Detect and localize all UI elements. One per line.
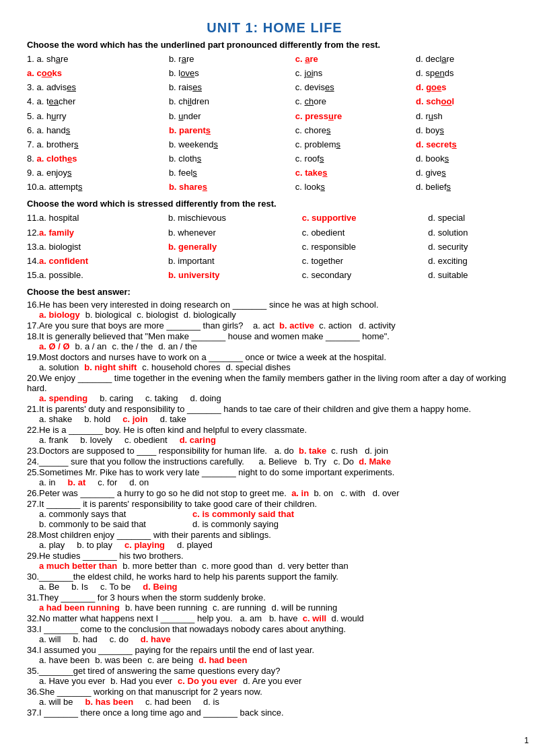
list-item: 21.It is parents' duty and responsibilit… — [27, 404, 522, 424]
section1-instruction: Choose the word which has the underlined… — [27, 40, 522, 50]
section2-instruction: Choose the word which is stressed differ… — [27, 199, 522, 209]
list-item: 20.We enjoy _______ time together in the… — [27, 373, 522, 403]
list-item: 37.I _______ there once a long time ago … — [27, 708, 522, 718]
list-item: 31.They _______ for 3 hours when the sto… — [27, 592, 522, 613]
table-row: 9. a. enjoys b. feels c. takes d. gives — [27, 166, 522, 180]
list-item: 35._______get tired of answering the sam… — [27, 666, 522, 686]
list-item: 26.Peter was _______ a hurry to go so he… — [27, 488, 522, 498]
table-row: 15.a. possible. b. university c. seconda… — [27, 269, 522, 283]
list-item: 19.Most doctors and nurses have to work … — [27, 352, 522, 372]
section1-items: 1. a. share b. rare c. are d. declare a.… — [27, 53, 522, 195]
list-item: 27.It _______ it is parents' responsibil… — [27, 499, 522, 529]
table-row: 4. a. teacher b. children c. chore d. sc… — [27, 95, 522, 109]
table-row: a. cooks b. loves c. joins d. spends — [27, 67, 522, 81]
list-item: 18.It is generally believed that "Men ma… — [27, 331, 522, 351]
table-row: 8. a. clothes b. cloths c. roofs d. book… — [27, 152, 522, 166]
list-item: 36.She _______ working on that manuscrip… — [27, 687, 522, 707]
list-item: 24.______ sure that you follow the instr… — [27, 456, 522, 467]
list-item: 22.He is a _______ boy. He is often kind… — [27, 425, 522, 445]
list-item: 17.Are you sure that boys are more _____… — [27, 320, 522, 331]
list-item: 29.He studies _______ his two brothers. … — [27, 551, 522, 571]
list-item: 34.I assumed you _______ paying for the … — [27, 645, 522, 665]
table-row: 6. a. hands b. parents c. chores d. boys — [27, 124, 522, 138]
list-item: 25.Sometimes Mr. Pike has to work very l… — [27, 467, 522, 487]
table-row: 13.a. biologist b. generally c. responsi… — [27, 240, 522, 254]
table-row: 10.a. attempts b. shares c. looks d. bel… — [27, 180, 522, 195]
qa-section: 16.He has been very interested in doing … — [27, 300, 522, 718]
list-item: 23.Doctors are supposed to ____ responsi… — [27, 446, 522, 456]
page-title: UNIT 1: HOME LIFE — [27, 20, 522, 36]
list-item: 30._______the eldest child, he works har… — [27, 572, 522, 592]
table-row: 1. a. share b. rare c. are d. declare — [27, 53, 522, 67]
table-row: 12.a. family b. whenever c. obedient d. … — [27, 226, 522, 240]
table-row: 11.a. hospital b. mischievous c. support… — [27, 211, 522, 226]
section2-items: 11.a. hospital b. mischievous c. support… — [27, 211, 522, 283]
list-item: 16.He has been very interested in doing … — [27, 300, 522, 320]
list-item: 28.Most children enjoy _______ with thei… — [27, 530, 522, 550]
table-row: 5. a. hurry b. under c. pressure d. rush — [27, 110, 522, 124]
page-number: 1 — [524, 736, 529, 745]
table-row: 3. a. advises b. raises c. devises d. go… — [27, 81, 522, 95]
list-item: 33.I _______ come to the conclusion that… — [27, 624, 522, 644]
list-item: 32.No matter what happens next I _______… — [27, 613, 522, 623]
table-row: 7. a. brothers b. weekends c. problems d… — [27, 138, 522, 152]
table-row: 14.a. confident b. important c. together… — [27, 254, 522, 269]
section3-instruction: Choose the best answer: — [27, 287, 522, 297]
